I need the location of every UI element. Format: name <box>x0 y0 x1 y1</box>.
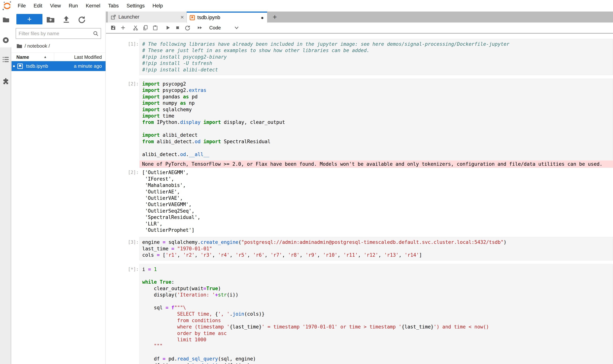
cell-input-editor[interactable]: # The following libraries have already b… <box>139 39 613 75</box>
file-list-header: Name ▲ Last Modified <box>12 53 106 61</box>
cell-prompt: [1]: <box>106 39 139 47</box>
cut-cells-button[interactable] <box>133 25 138 30</box>
search-icon <box>93 31 98 36</box>
running-dot <box>13 65 15 67</box>
plus-icon: + <box>273 13 277 21</box>
cell-input-editor[interactable]: import psycopg2import psycopg2.extrasimp… <box>139 79 613 160</box>
breadcrumb[interactable]: / notebook / <box>16 42 50 50</box>
unsaved-changes-dot-icon: ● <box>261 15 264 20</box>
file-browser-icon[interactable] <box>2 16 9 23</box>
tab-launcher[interactable]: Launcher × <box>108 12 187 23</box>
menu-file[interactable]: File <box>14 0 30 12</box>
running-sessions-icon[interactable] <box>2 37 9 43</box>
refresh-files-button[interactable] <box>77 15 86 24</box>
paste-cells-button[interactable] <box>152 25 158 30</box>
close-tab-icon[interactable]: × <box>180 14 184 20</box>
cell-prompt: [3]: <box>106 237 139 245</box>
run-cell-button[interactable] <box>165 25 171 30</box>
file-filter-box <box>16 28 101 39</box>
notebook-file-icon <box>17 63 23 69</box>
copy-cells-button[interactable] <box>143 25 148 30</box>
notebook-cell-code[interactable]: [*]:i = 1 while True: clear_output(wait=… <box>106 264 613 364</box>
cell-prompt <box>106 160 139 161</box>
launcher-icon <box>111 14 116 20</box>
activity-sidebar-lower <box>0 47 11 364</box>
cell-output: ['OutlierAEGMM', 'IForest', 'Mahalanobis… <box>139 169 613 233</box>
menu-edit[interactable]: Edit <box>30 0 46 12</box>
breadcrumb-path: / notebook / <box>25 43 50 49</box>
notebook-cell-stream[interactable]: None of PyTorch, TensorFlow >= 2.0, or F… <box>106 160 613 168</box>
restart-run-all-button[interactable] <box>197 25 203 30</box>
jupyter-logo-icon <box>2 1 12 11</box>
upload-button[interactable] <box>62 15 70 24</box>
plus-icon: + <box>27 15 31 24</box>
file-modified: a minute ago <box>74 63 102 69</box>
notebook-tab-icon <box>190 15 195 20</box>
new-launcher-button[interactable]: + <box>16 14 42 24</box>
notebook-cell-result[interactable]: [2]:['OutlierAEGMM', 'IForest', 'Mahalan… <box>106 169 613 233</box>
cell-prompt: [2]: <box>106 169 139 176</box>
cell-output: None of PyTorch, TensorFlow >= 2.0, or F… <box>139 160 613 168</box>
table-of-contents-icon[interactable] <box>2 56 9 63</box>
file-name: tsdb.ipynb <box>26 63 48 69</box>
tab-launcher-label: Launcher <box>118 14 139 20</box>
notebook-cell-code[interactable]: [2]:import psycopg2import psycopg2.extra… <box>106 79 613 160</box>
sort-ascending-icon[interactable]: ▲ <box>43 55 47 59</box>
menu-tabs[interactable]: Tabs <box>104 0 123 12</box>
main-area: Launcher × tsdb.ipynb ● + <box>106 12 613 364</box>
chevron-down-icon[interactable] <box>234 25 239 30</box>
save-button[interactable] <box>110 25 116 30</box>
cell-prompt: [2]: <box>106 79 139 87</box>
extensions-icon[interactable] <box>2 78 9 84</box>
file-browser-panel: + / notebook / Name ▲ Last Modified <box>12 12 106 364</box>
new-tab-button[interactable]: + <box>269 12 280 23</box>
notebook-cell-code[interactable]: [1]:# The following libraries have alrea… <box>106 39 613 75</box>
menu-kernel[interactable]: Kernel <box>82 0 104 12</box>
notebook-toolbar: Code <box>106 23 613 34</box>
notebook-cells[interactable]: [1]:# The following libraries have alrea… <box>106 34 613 364</box>
menu-help[interactable]: Help <box>149 0 167 12</box>
activity-sidebar <box>0 12 11 364</box>
menu-settings[interactable]: Settings <box>123 0 149 12</box>
cell-type-select[interactable]: Code <box>209 25 221 31</box>
tab-bar: Launcher × tsdb.ipynb ● + <box>106 12 613 23</box>
restart-kernel-button[interactable] <box>185 25 190 30</box>
add-cell-button[interactable] <box>120 25 126 30</box>
file-row-tsdb[interactable]: tsdb.ipynb a minute ago <box>12 61 106 71</box>
cell-input-editor[interactable]: engine = sqlalchemy.create_engine("postg… <box>139 237 613 260</box>
column-last-modified[interactable]: Last Modified <box>74 54 102 60</box>
column-divider <box>54 53 54 61</box>
menu-view[interactable]: View <box>46 0 65 12</box>
cell-input-editor[interactable]: i = 1 while True: clear_output(wait=True… <box>139 264 613 364</box>
column-name[interactable]: Name <box>16 54 29 60</box>
file-filter-input[interactable] <box>16 30 93 37</box>
interrupt-kernel-button[interactable] <box>175 25 180 30</box>
tab-tsdb-notebook[interactable]: tsdb.ipynb ● <box>187 12 267 23</box>
menu-run[interactable]: Run <box>65 0 82 12</box>
home-folder-icon[interactable] <box>16 43 22 49</box>
new-folder-button[interactable] <box>46 15 54 24</box>
cell-prompt: [*]: <box>106 264 139 273</box>
menu-bar: File Edit View Run Kernel Tabs Settings … <box>0 0 613 12</box>
tab-notebook-label: tsdb.ipynb <box>197 15 220 20</box>
notebook-cell-code[interactable]: [3]:engine = sqlalchemy.create_engine("p… <box>106 237 613 260</box>
